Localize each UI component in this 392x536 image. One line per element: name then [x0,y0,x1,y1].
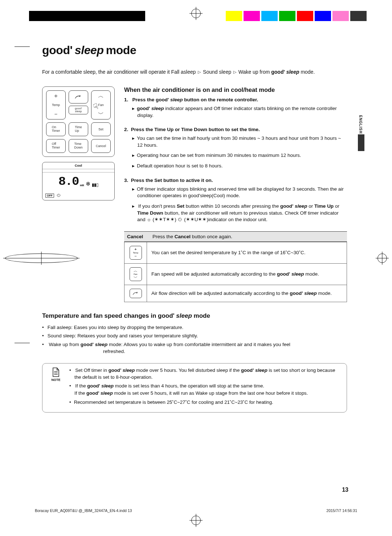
time-down-button: Time Down [69,139,88,153]
registration-mark-icon [377,253,387,263]
note-2: If the good' sleep mode is set less than… [69,383,342,389]
set-button: Set [91,122,111,136]
language-label: ENGLISH [359,115,363,134]
display-hr-label: HR [80,184,84,187]
display-hours-value: 8.0 [58,175,78,188]
phase-fall-asleep: Fall asleep: Eases you into sleep by dro… [42,324,347,331]
temp-button: ＋ Temp － [46,90,66,119]
phase-wake-up: Wake up from good' sleep mode: Allows yo… [42,341,347,355]
crop-tick [15,46,30,47]
language-tab: ENGLISH [358,115,364,151]
registration-mark-icon [191,516,201,525]
intro-text: For a comfortable sleep, the air conditi… [42,69,347,76]
section-2-heading: Temperature and fan speed changes in goo… [42,312,347,320]
footer-timestamp: 2015/7/7 14:56:31 [326,508,357,513]
good-sleep-button: good'sleep [69,106,88,114]
instruction-steps: Press the good' sleep button on the remo… [124,97,347,223]
registration-mark-icon [191,9,201,18]
temp-text-cell: You can set the desired temperature by 1… [147,242,347,263]
swing-button [69,90,88,103]
off-timer-button: Off Timer [46,139,66,153]
step-3-heading: Press the Set button to active it on. [124,178,347,183]
page-number: 13 [342,487,348,493]
step-2-bullet: Default operation hour is set to 8 hours… [132,163,347,170]
remote-controller-illustration: ＋ Temp － good'sleep ︿ Fan [42,86,115,157]
note-2-cont: If the good' sleep mode is set over 5 ho… [69,390,342,397]
step-2-bullet: You can set the time in half hourly unit… [132,135,347,149]
note-3: Recommended set temperature is between 2… [69,399,342,406]
note-page-icon [52,367,60,377]
fan-icon-cell: ︿Fan﹀ [124,263,147,285]
step-3-bullet: If you don't press Set button within 10 … [132,203,347,223]
timer-icon: ⏲ [57,193,61,198]
cancel-text: Press the Cancel button once again. [152,234,232,239]
note-label-column: NOTE [48,367,64,408]
time-up-button: Time Up [69,122,88,136]
step-1-bullet: good' sleep indicator appears and Off ti… [132,105,347,119]
remote-display-illustration: Cool 8.0 HR ❄ ▮▮▯ OFF ⏲ [42,162,115,200]
section-heading: When the air conditioner is on and in co… [124,86,347,93]
display-off-label: OFF [45,194,54,198]
sleep-phase-list: Fall asleep: Eases you into sleep by dro… [42,324,347,355]
cancel-instruction-row: Cancel Press the Cancel button once agai… [124,231,347,242]
swing-text-cell: Air flow direction will be adjusted auto… [147,285,347,302]
step-2-bullet: Operating hour can be set from minimum 3… [132,152,347,159]
footer-filename: Boracay EUR_AQ09T&U @_IBIM_32447A_EN-4.i… [35,508,132,513]
crop-tick [15,343,30,343]
phase-sound-sleep: Sound sleep: Relaxes your body and raise… [42,332,347,340]
snowflake-icon: ❄ [86,180,90,187]
swing-icon-cell [124,285,147,302]
print-footer: Boracay EUR_AQ09T&U @_IBIM_32447A_EN-4.i… [35,508,357,513]
step-2-heading: Press the Time Up or Time Down button to… [124,127,347,132]
temp-icon-cell: +Temp− [124,242,147,263]
note-box: NOTE Set Off timer in good' sleep mode o… [42,363,347,413]
note-1: Set Off timer in good' sleep mode over 5… [69,367,342,381]
cancel-label: Cancel [127,234,146,239]
fan-bars-icon: ▮▮▯ [92,182,98,187]
page-title: good'sleepmode [42,44,347,57]
fan-text-cell: Fan speed will be adjusted automatically… [147,263,347,285]
on-timer-button: On Timer [46,122,66,136]
language-marker [358,134,364,151]
display-mode-label: Cool [42,162,114,169]
step-1-heading: Press the good' sleep button on the remo… [124,97,347,102]
feature-behavior-table: +Temp− You can set the desired temperatu… [124,242,347,302]
step-3-bullet: Off timer indicator stops blinking and r… [132,186,347,199]
cancel-button: Cancel [91,139,111,153]
